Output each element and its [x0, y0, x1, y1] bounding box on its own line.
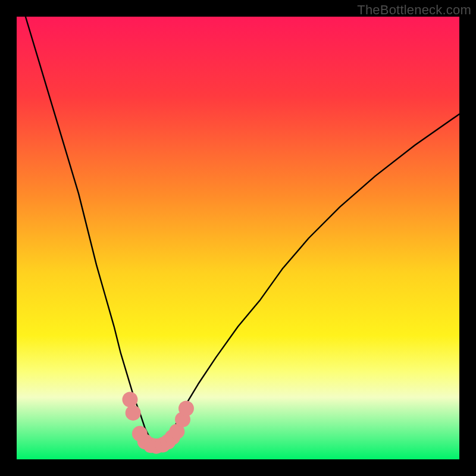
chart-frame: TheBottleneck.com — [0, 0, 476, 476]
gradient-background — [17, 17, 459, 459]
data-marker — [122, 392, 137, 408]
watermark-text: TheBottleneck.com — [357, 2, 471, 18]
data-marker — [178, 400, 194, 416]
data-marker — [126, 405, 141, 421]
plot-area — [17, 17, 459, 459]
chart-svg — [17, 17, 459, 459]
